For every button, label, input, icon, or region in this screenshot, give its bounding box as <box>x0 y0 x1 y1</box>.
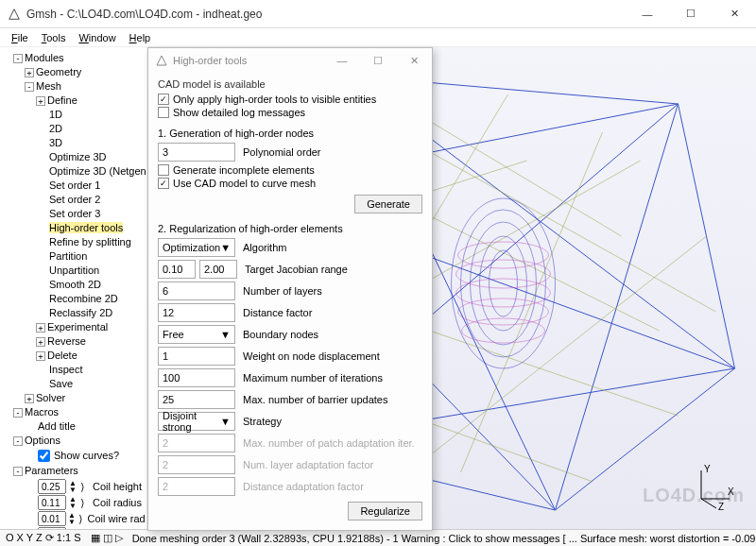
visible-checkbox[interactable]: ✓ <box>158 94 169 105</box>
boundary-select[interactable]: Free▼ <box>158 325 235 344</box>
tree-options[interactable]: Options <box>25 435 60 446</box>
spin-up-icon[interactable]: ▲▼ <box>68 512 76 525</box>
status-message[interactable]: Done meshing order 3 (Wall 2.32893s, CPU… <box>130 533 756 544</box>
maxit-label: Maximum number of iterations <box>243 372 383 384</box>
tree-item-setorder1[interactable]: Set order 1 <box>49 179 100 191</box>
boundary-label: Boundary nodes <box>243 329 318 340</box>
param-input[interactable] <box>38 527 66 529</box>
visible-label: Only apply high-order tools to visible e… <box>173 94 376 105</box>
param-collapse[interactable]: ⟩ <box>79 496 89 510</box>
distadapt-label: Distance adaptation factor <box>243 481 364 492</box>
sidebar: -Modules +Geometry -Mesh +Define 1D 2D 3… <box>0 47 146 529</box>
barrier-input[interactable]: 25 <box>158 390 235 409</box>
tree-item-partition[interactable]: Partition <box>49 250 87 262</box>
param-input[interactable] <box>38 495 66 510</box>
usecad-checkbox[interactable]: ✓ <box>158 178 169 189</box>
spin-up-icon[interactable]: ▲▼ <box>68 496 77 509</box>
tree-item-highorder[interactable]: High-order tools <box>49 222 123 233</box>
incomplete-checkbox[interactable] <box>158 164 169 176</box>
tree-toggle[interactable]: + <box>25 68 34 77</box>
app-icon <box>8 8 21 21</box>
tree-item-1d[interactable]: 1D <box>49 109 62 120</box>
algorithm-select[interactable]: Optimization▼ <box>158 238 235 257</box>
tree-item-setorder3[interactable]: Set order 3 <box>49 208 100 219</box>
generate-button[interactable]: Generate <box>354 195 422 213</box>
param-input[interactable] <box>38 479 66 494</box>
tree-item-3d[interactable]: 3D <box>49 137 62 148</box>
tree-toggle[interactable]: - <box>13 467 23 476</box>
dist-label: Distance factor <box>243 307 312 318</box>
maximize-button[interactable]: ☐ <box>669 0 713 28</box>
status-icons[interactable]: ▦ ◫ ▷ <box>89 532 125 544</box>
tree-item-unpartition[interactable]: Unpartition <box>49 264 99 276</box>
tree-item-reclassify2d[interactable]: Reclassify 2D <box>49 307 112 318</box>
tree-toggle[interactable]: - <box>13 408 23 418</box>
tree-toggle[interactable]: - <box>13 54 23 63</box>
tree-delete[interactable]: Delete <box>47 350 77 361</box>
log-checkbox[interactable] <box>158 107 169 118</box>
dist-input[interactable]: 12 <box>158 303 235 322</box>
chevron-down-icon: ▼ <box>220 329 231 340</box>
status-left[interactable]: O X Y Z ⟳ 1:1 S <box>4 532 83 544</box>
tree-item-refine[interactable]: Refine by splitting <box>49 236 131 247</box>
tree-define[interactable]: Define <box>47 94 77 106</box>
tree-item-recombine2d[interactable]: Recombine 2D <box>49 293 118 304</box>
strategy-select[interactable]: Disjoint strong▼ <box>158 412 235 431</box>
tree-save[interactable]: Save <box>49 378 73 389</box>
minimize-button[interactable]: — <box>626 0 669 28</box>
tree-modules[interactable]: Modules <box>25 52 64 63</box>
tree-toggle[interactable]: + <box>36 351 45 361</box>
tree-toggle[interactable]: - <box>13 436 23 446</box>
tree-reverse[interactable]: Reverse <box>47 335 86 347</box>
close-button[interactable]: ✕ <box>713 0 756 28</box>
menu-file[interactable]: File <box>6 30 34 45</box>
spin-up-icon[interactable]: ▲▼ <box>68 480 77 493</box>
maxit-input[interactable]: 100 <box>158 368 235 387</box>
tree-geometry[interactable]: Geometry <box>36 66 81 77</box>
titlebar: Gmsh - C:\LO4D.com\LO4D.com - indheat.ge… <box>0 0 756 28</box>
param-collapse[interactable]: ⟩ <box>77 512 84 526</box>
cad-msg: CAD model is available <box>158 78 422 90</box>
tree-toggle[interactable]: + <box>36 323 45 333</box>
distadapt-input: 2 <box>158 477 235 496</box>
poly-order-input[interactable]: 3 <box>158 143 235 162</box>
weight-input[interactable]: 1 <box>158 347 235 366</box>
dialog-minimize-button[interactable]: — <box>324 55 360 66</box>
statusbar: O X Y Z ⟳ 1:1 S ▦ ◫ ▷ Done meshing order… <box>0 529 756 546</box>
dialog-close-button[interactable]: ✕ <box>396 55 432 67</box>
tree-toggle[interactable]: + <box>36 96 45 106</box>
tree-addtitle[interactable]: Add title <box>38 420 76 432</box>
tree-toggle[interactable]: - <box>25 82 34 92</box>
svg-line-16 <box>461 132 603 472</box>
regularize-button[interactable]: Regularize <box>348 502 422 520</box>
jac-lo-input[interactable]: 0.10 <box>158 260 196 279</box>
jac-hi-input[interactable]: 2.00 <box>199 260 237 279</box>
tree-toggle[interactable]: + <box>25 394 34 403</box>
tree-experimental[interactable]: Experimental <box>47 321 108 333</box>
param-collapse[interactable]: ⟩ <box>79 480 89 494</box>
tree-item-smooth2d[interactable]: Smooth 2D <box>49 279 101 290</box>
spin-up-icon[interactable]: ▲▼ <box>68 528 76 529</box>
menu-help[interactable]: Help <box>124 30 157 45</box>
svg-line-17 <box>433 236 707 453</box>
param-collapse[interactable]: ⟩ <box>77 528 84 530</box>
dialog-maximize-button[interactable]: ☐ <box>360 55 396 67</box>
show-curves-checkbox[interactable] <box>38 450 50 462</box>
barrier-label: Max. number of barrier updates <box>243 394 387 405</box>
chevron-down-icon: ▼ <box>220 242 231 253</box>
tree-inspect[interactable]: Inspect <box>49 364 82 375</box>
menu-window[interactable]: Window <box>73 30 121 45</box>
tree-parameters[interactable]: Parameters <box>25 465 78 476</box>
param-input[interactable] <box>38 511 66 526</box>
tree-item-2d[interactable]: 2D <box>49 123 62 134</box>
tree-item-setorder2[interactable]: Set order 2 <box>49 194 100 205</box>
tree-item-optimize3d-netgen[interactable]: Optimize 3D (Netgen) <box>49 165 146 177</box>
strategy-label: Strategy <box>243 416 282 427</box>
tree-item-optimize3d[interactable]: Optimize 3D <box>49 151 107 162</box>
tree-solver[interactable]: Solver <box>36 392 65 403</box>
tree-macros[interactable]: Macros <box>25 406 59 418</box>
menu-tools[interactable]: Tools <box>36 30 72 45</box>
tree-mesh[interactable]: Mesh <box>36 80 61 92</box>
tree-toggle[interactable]: + <box>36 337 45 347</box>
layers-input[interactable]: 6 <box>158 282 235 300</box>
